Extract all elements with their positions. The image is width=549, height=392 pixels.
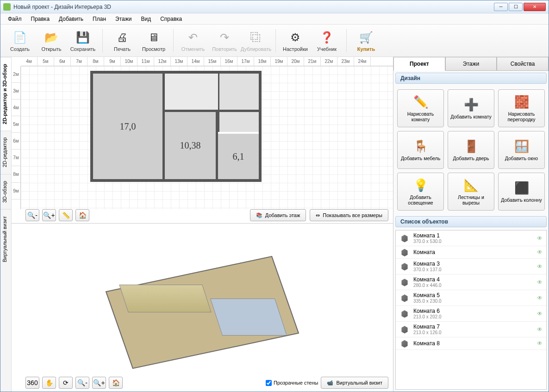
design-tool-button[interactable]: ⬛Добавить колонну: [498, 173, 545, 211]
room-2[interactable]: 10,38: [165, 112, 216, 179]
object-list-item[interactable]: Комната 8👁: [396, 337, 546, 350]
menu-План[interactable]: План: [89, 15, 110, 23]
wall-3d: [210, 299, 287, 336]
object-list-item[interactable]: Комната👁: [396, 246, 546, 259]
toolbar-buy-button[interactable]: 🛒Купить: [351, 26, 381, 55]
object-list[interactable]: Комната 1370.0 x 530.0👁Комната👁Комната 3…: [395, 230, 547, 390]
object-list-item[interactable]: Комната 6213.0 x 202.0👁: [396, 306, 546, 322]
floorplan[interactable]: 17,0 10,38 6,1: [90, 71, 262, 182]
ruler-tick: 19м: [271, 57, 287, 66]
toolbar-label: Настройки: [283, 46, 308, 52]
view-3d[interactable]: 360 ✋ ⟳ 🔍- 🔍+ 🏠 Прозрачные стены 📹Виртуа…: [12, 224, 393, 392]
visibility-icon[interactable]: 👁: [537, 263, 543, 270]
objects-section-header: Список объектов: [395, 216, 547, 227]
object-list-item[interactable]: Комната 3370.0 x 137.0👁: [396, 259, 546, 274]
toolbar-label: Сохранить: [70, 46, 96, 52]
tool-icon: 🪟: [514, 139, 529, 154]
design-tool-button[interactable]: 🧱Нарисовать перегородку: [498, 89, 545, 127]
ruler-tick: 16м: [221, 57, 237, 66]
transparent-walls-checkbox[interactable]: Прозрачные стены: [266, 380, 318, 386]
settings-icon: ⚙: [287, 30, 303, 45]
toolbar-label: Отменить: [181, 46, 205, 52]
view-tab-3[interactable]: Виртуальный визит: [0, 209, 11, 269]
view-tab-1[interactable]: 2D-редактор: [0, 131, 11, 174]
virtual-visit-button[interactable]: 📹Виртуальный визит: [321, 377, 388, 389]
view-tab-2[interactable]: 3D-обзор: [0, 174, 11, 209]
design-tool-button[interactable]: ➕Добавить комнату: [448, 89, 494, 127]
tool-label: Добавить комнату: [450, 114, 492, 119]
visibility-icon[interactable]: 👁: [537, 295, 543, 301]
close-button[interactable]: ✕: [524, 3, 546, 11]
visibility-icon[interactable]: 👁: [537, 235, 543, 242]
bathroom-area[interactable]: [218, 74, 259, 132]
view3d-toolbar: 360 ✋ ⟳ 🔍- 🔍+ 🏠 Прозрачные стены 📹Виртуа…: [25, 377, 388, 389]
ruler-tick: 21м: [304, 57, 321, 66]
ruler-tick: 5м: [12, 116, 20, 133]
visibility-icon[interactable]: 👁: [537, 249, 543, 255]
menu-Добавить[interactable]: Добавить: [55, 15, 87, 23]
design-tool-button[interactable]: ✏️Нарисовать комнату: [397, 89, 444, 127]
right-tab-Свойства[interactable]: Свойства: [497, 57, 549, 71]
toolbar-label: Печать: [114, 46, 131, 52]
visibility-icon[interactable]: 👁: [537, 340, 543, 347]
zoom-in-3d-button[interactable]: 🔍+: [92, 377, 106, 389]
view-tab-0[interactable]: 2D-редактор и 3D-обзор: [0, 57, 11, 131]
toolbar-print-button[interactable]: 🖨Печать: [107, 26, 137, 55]
toolbar-separator: [275, 29, 276, 52]
home-button[interactable]: 🏠: [75, 209, 89, 221]
room-3[interactable]: 6,1: [218, 134, 259, 179]
minimize-button[interactable]: ─: [494, 3, 508, 11]
zoom-out-button[interactable]: 🔍-: [25, 209, 39, 221]
menu-Справка[interactable]: Справка: [156, 15, 186, 23]
design-tool-button[interactable]: 💡Добавить освещение: [397, 173, 444, 211]
menu-Этажи[interactable]: Этажи: [112, 15, 135, 23]
design-tool-button[interactable]: 🪑Добавить мебель: [397, 131, 444, 169]
toolbar-open-button[interactable]: 📂Открыть: [37, 26, 66, 55]
design-tool-button[interactable]: 📐Лестницы и вырезы: [448, 173, 494, 211]
rotate-360-button[interactable]: 360: [25, 377, 39, 389]
right-tab-Этажи[interactable]: Этажи: [445, 57, 497, 71]
object-name: Комната: [413, 249, 533, 255]
tool-label: Добавить мебель: [401, 156, 440, 161]
toolbar-preview-button[interactable]: 🖥Просмотр: [139, 26, 168, 55]
toolbar-create-button[interactable]: 📄Создать: [5, 26, 35, 55]
create-icon: 📄: [12, 30, 28, 45]
object-name: Комната 6: [413, 308, 533, 314]
maximize-button[interactable]: ☐: [509, 3, 523, 11]
menu-Файл[interactable]: Файл: [4, 15, 25, 23]
model-3d[interactable]: [96, 243, 309, 373]
design-section-header: Дизайн: [395, 73, 547, 84]
menu-Вид[interactable]: Вид: [137, 15, 155, 23]
main-toolbar: 📄Создать📂Открыть💾Сохранить🖨Печать🖥Просмо…: [0, 25, 549, 57]
visibility-icon[interactable]: 👁: [537, 326, 543, 333]
right-tab-Проект[interactable]: Проект: [393, 57, 445, 71]
plan-2d-view[interactable]: 4м5м6м7м8м9м10м11м12м13м14м15м16м17м18м1…: [12, 57, 393, 224]
add-floor-button[interactable]: 📚Добавить этаж: [250, 209, 306, 221]
toolbar-tutorial-button[interactable]: ❓Учебник: [312, 26, 342, 55]
orbit-button[interactable]: ⟳: [59, 377, 73, 389]
visibility-icon[interactable]: 👁: [537, 311, 543, 317]
object-list-item[interactable]: Комната 4280.0 x 446.0👁: [396, 274, 546, 290]
ruler-tick: 14м: [187, 57, 204, 66]
measure-button[interactable]: 📏: [59, 209, 73, 221]
object-list-item[interactable]: Комната 5335.0 x 230.0👁: [396, 290, 546, 306]
interior-wall: [216, 112, 218, 179]
toolbar-settings-button[interactable]: ⚙Настройки: [281, 26, 310, 55]
show-dimensions-button[interactable]: ⇔Показывать все размеры: [310, 209, 388, 221]
visibility-icon[interactable]: 👁: [537, 279, 543, 286]
design-tool-button[interactable]: 🪟Добавить окно: [498, 131, 545, 169]
home-3d-button[interactable]: 🏠: [109, 377, 123, 389]
menu-Правка[interactable]: Правка: [27, 15, 54, 23]
pan-button[interactable]: ✋: [42, 377, 56, 389]
object-name: Комната 8: [413, 340, 533, 347]
design-tool-button[interactable]: 🚪Добавить дверь: [448, 131, 494, 169]
toolbar-save-button[interactable]: 💾Сохранить: [68, 26, 98, 55]
ruler-tick: 3м: [12, 83, 20, 100]
object-list-item[interactable]: Комната 7213.0 x 126.0👁: [396, 322, 546, 337]
tool-label: Добавить окно: [505, 156, 538, 161]
zoom-in-button[interactable]: 🔍+: [42, 209, 56, 221]
ruler-vertical: 2м3м4м5м6м7м8м9м: [12, 66, 21, 209]
room-1[interactable]: 17,0: [93, 74, 162, 179]
object-list-item[interactable]: Комната 1370.0 x 530.0👁: [396, 230, 546, 246]
zoom-out-3d-button[interactable]: 🔍-: [75, 377, 89, 389]
